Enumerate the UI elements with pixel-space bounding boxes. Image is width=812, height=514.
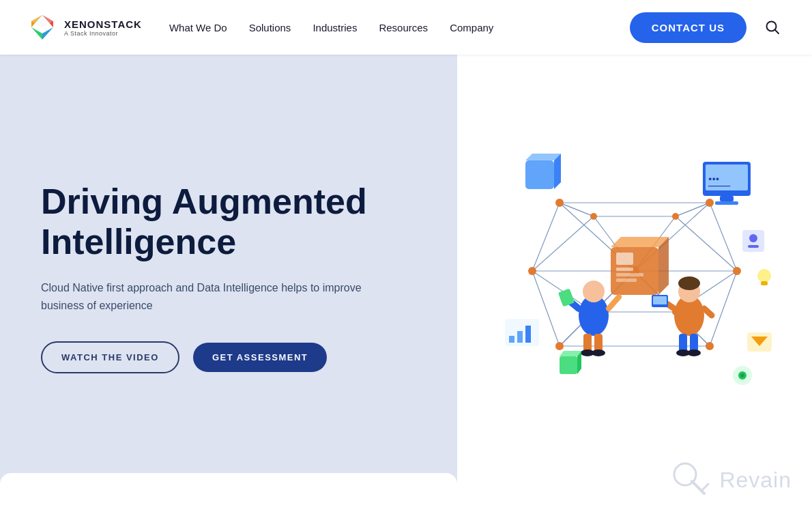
logo-text: XENONSTACK A Stack Innovator: [64, 18, 142, 37]
nav-what-we-do[interactable]: What We Do: [169, 22, 227, 33]
search-icon: [765, 20, 780, 35]
hero-title: Driving Augmented Intelligence: [41, 182, 416, 263]
svg-rect-84: [748, 245, 759, 248]
svg-rect-92: [525, 326, 531, 343]
svg-point-54: [583, 281, 605, 302]
hero-subtitle: Cloud Native first approach and Data Int…: [41, 279, 368, 314]
svg-point-38: [528, 267, 536, 275]
svg-point-95: [740, 373, 744, 377]
svg-line-34: [676, 203, 710, 216]
nav-links: What We Do Solutions Industries Resource…: [169, 22, 630, 33]
svg-rect-50: [616, 279, 637, 282]
svg-text:━━━━━━━━: ━━━━━━━━: [708, 184, 731, 188]
svg-line-33: [560, 203, 594, 216]
bottom-strip: [0, 473, 457, 514]
svg-line-56: [609, 297, 619, 309]
svg-point-43: [672, 213, 679, 220]
contact-button[interactable]: CONTACT US: [630, 12, 746, 43]
logo[interactable]: XENONSTACK A Stack Innovator: [27, 12, 142, 42]
revain-label: Revain: [719, 468, 792, 493]
logo-icon: [27, 12, 57, 42]
svg-point-41: [706, 342, 714, 350]
revain-icon: [670, 459, 711, 500]
svg-line-30: [676, 216, 737, 271]
svg-marker-4: [31, 15, 53, 27]
svg-line-6: [775, 30, 779, 34]
svg-point-42: [590, 213, 597, 220]
svg-rect-67: [653, 296, 667, 304]
svg-point-36: [555, 199, 564, 207]
svg-point-83: [749, 234, 757, 242]
hero-buttons: WATCH THE VIDEO GET ASSESSMENT: [41, 341, 416, 373]
svg-line-29: [532, 216, 594, 271]
svg-line-100: [692, 481, 704, 494]
logo-subtitle: A Stack Innovator: [64, 30, 142, 37]
svg-line-68: [704, 309, 712, 315]
svg-rect-79: [525, 160, 554, 189]
svg-line-16: [532, 203, 560, 271]
nav-industries[interactable]: Industries: [313, 22, 357, 33]
nav-right: CONTACT US: [630, 12, 785, 43]
svg-rect-91: [517, 331, 523, 343]
svg-point-37: [706, 199, 714, 207]
revain-branding: Revain: [670, 459, 792, 500]
svg-line-101: [703, 484, 708, 489]
nav-company[interactable]: Company: [450, 22, 493, 33]
svg-rect-48: [616, 268, 633, 271]
logo-name: XENONSTACK: [64, 18, 142, 30]
svg-line-19: [710, 271, 737, 346]
svg-rect-76: [715, 201, 738, 205]
nav-resources[interactable]: Resources: [379, 22, 428, 33]
svg-rect-47: [616, 253, 633, 265]
svg-point-39: [733, 267, 741, 275]
svg-rect-90: [509, 336, 514, 343]
svg-line-17: [710, 203, 737, 271]
svg-point-72: [687, 349, 701, 356]
svg-rect-49: [616, 273, 643, 276]
navbar: XENONSTACK A Stack Innovator What We Do …: [0, 0, 812, 55]
network-illustration: ●●● ━━━━━━━━: [491, 148, 778, 394]
get-assessment-button[interactable]: GET ASSESSMENT: [193, 343, 327, 372]
watch-video-button[interactable]: WATCH THE VIDEO: [41, 341, 179, 373]
svg-rect-88: [761, 281, 768, 285]
search-button[interactable]: [760, 15, 785, 40]
svg-point-40: [555, 342, 564, 350]
svg-text:●●●: ●●●: [708, 175, 719, 182]
svg-point-87: [757, 269, 771, 283]
svg-rect-96: [560, 356, 577, 374]
svg-marker-2: [31, 27, 42, 40]
svg-rect-75: [720, 196, 734, 201]
svg-point-61: [592, 349, 605, 356]
svg-marker-3: [42, 27, 53, 40]
svg-marker-52: [658, 237, 669, 295]
hero-section: Driving Augmented Intelligence Cloud Nat…: [0, 55, 457, 514]
right-panel: ●●● ━━━━━━━━: [457, 55, 812, 514]
nav-solutions[interactable]: Solutions: [249, 22, 291, 33]
svg-point-64: [678, 276, 700, 290]
